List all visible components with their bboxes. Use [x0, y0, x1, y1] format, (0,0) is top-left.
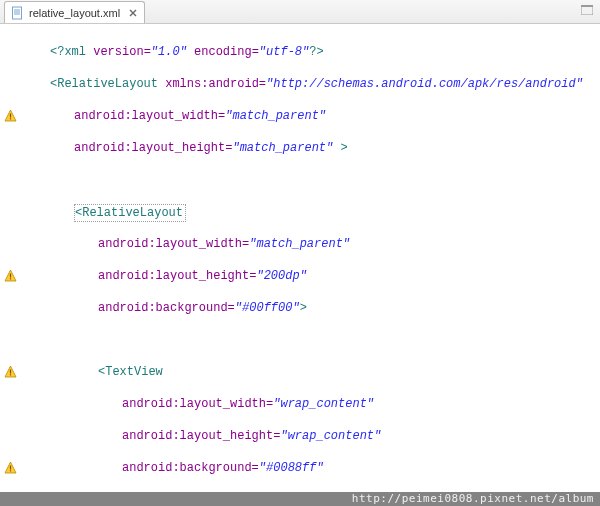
svg-rect-7: [9, 369, 10, 373]
watermark-footer: http://peimei0808.pixnet.net/album: [0, 492, 600, 506]
svg-rect-9: [9, 465, 10, 469]
file-tab[interactable]: relative_layout.xml: [4, 1, 145, 23]
code-line: android:layout_height="200dp": [26, 268, 600, 284]
code-line: android:background="#00ff00">: [26, 300, 600, 316]
close-icon[interactable]: [128, 8, 138, 18]
code-line: <?xml version="1.0" encoding="utf-8"?>: [26, 44, 600, 60]
editor-tabbar: relative_layout.xml: [0, 0, 600, 24]
code-line: <TextView: [26, 364, 600, 380]
svg-rect-8: [9, 374, 10, 375]
editor-area: <?xml version="1.0" encoding="utf-8"?> <…: [0, 24, 600, 492]
blank-line: [26, 332, 600, 348]
code-line: android:layout_width="match_parent": [26, 236, 600, 252]
code-line: android:layout_height="wrap_content": [26, 428, 600, 444]
code-line: android:layout_width="match_parent": [26, 108, 600, 124]
code-line: android:layout_height="match_parent" >: [26, 140, 600, 156]
code-line: <RelativeLayout xmlns:android="http://sc…: [26, 76, 600, 92]
tab-title: relative_layout.xml: [29, 7, 120, 19]
warning-icon[interactable]: [3, 364, 17, 378]
minimize-pane-button[interactable]: [578, 2, 596, 18]
svg-rect-10: [9, 470, 10, 471]
svg-rect-6: [9, 278, 10, 279]
code-line: android:background="#0088ff": [26, 460, 600, 476]
gutter: [0, 24, 22, 492]
code-line: android:layout_width="wrap_content": [26, 396, 600, 412]
blank-line: [26, 172, 600, 188]
code-line: <RelativeLayout: [26, 204, 600, 220]
code-content[interactable]: <?xml version="1.0" encoding="utf-8"?> <…: [22, 24, 600, 492]
warning-icon[interactable]: [3, 460, 17, 474]
warning-icon[interactable]: [3, 268, 17, 282]
xml-file-icon: [11, 6, 25, 20]
svg-rect-0: [13, 7, 22, 19]
svg-rect-5: [9, 273, 10, 277]
warning-icon[interactable]: [3, 108, 17, 122]
svg-rect-4: [9, 118, 10, 119]
svg-rect-3: [9, 113, 10, 117]
svg-rect-2: [581, 5, 593, 7]
